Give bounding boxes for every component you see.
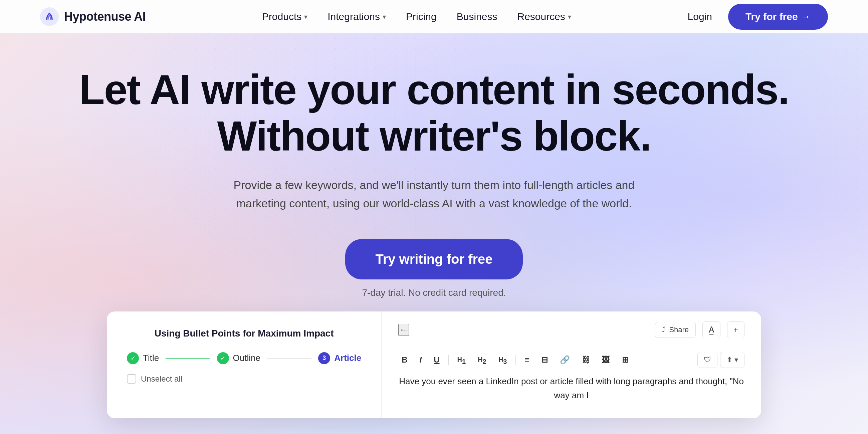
try-free-button[interactable]: Try for free → [728,4,828,30]
hero-cta: Try writing for free 7-day trial. No cre… [67,239,801,298]
progress-steps: ✓ Title ✓ Outline 3 Article [127,352,361,364]
share-icon: ⤴ [662,326,666,334]
nav-integrations[interactable]: Integrations ▾ [328,11,386,22]
plus-icon: + [734,325,738,334]
editor-right-group: 🛡 ⬆ ▾ [698,352,744,368]
nav-resources[interactable]: Resources ▾ [517,11,571,22]
toolbar-separator-1 [448,355,449,365]
h3-button[interactable]: H3 [495,352,510,368]
h2-button[interactable]: H2 [474,352,490,368]
upload-button[interactable]: ⬆ ▾ [720,352,744,368]
nav-products[interactable]: Products ▾ [262,11,307,22]
step-outline-label: Outline [233,353,260,363]
step-line-2 [267,358,311,359]
login-link[interactable]: Login [688,11,712,22]
step-check-icon: ✓ [127,352,139,364]
add-button[interactable]: + [727,321,744,338]
back-button[interactable]: ← [398,324,409,336]
logo-link[interactable]: Hypotenuse AI [40,7,146,26]
step-article-label: Article [334,353,361,363]
unselect-row: Unselect all [127,374,361,383]
bold-button[interactable]: B [398,353,411,367]
editor-top-toolbar: ← ⤴ Share A̲ + [398,321,744,345]
link-button[interactable]: 🔗 [557,353,573,367]
hero-cta-button[interactable]: Try writing for free [345,239,523,279]
shield-button[interactable]: 🛡 [698,352,717,368]
nav-resources-label: Resources [517,11,565,22]
bullet-list-button[interactable]: ≡ [521,353,532,367]
nav-pricing[interactable]: Pricing [406,11,437,22]
hero-trial-text: 7-day trial. No credit card required. [67,287,801,298]
translate-button[interactable]: A̲ [703,321,720,338]
h1-button[interactable]: H1 [454,352,469,368]
toolbar-separator-2 [516,355,516,365]
editor-format-toolbar: B I U H1 H2 H3 ≡ ⊟ 🔗 ⛓ 🖼 ⊞ 🛡 ⬆ ▾ [398,352,744,368]
nav-business-label: Business [457,11,497,22]
preview-doc-title: Using Bullet Points for Maximum Impact [127,328,361,339]
ui-preview: Using Bullet Points for Maximum Impact ✓… [107,311,761,418]
step-title: ✓ Title [127,352,159,364]
underline-button[interactable]: U [430,353,443,367]
share-button[interactable]: ⤴ Share [655,322,696,338]
logo-icon [40,7,59,26]
preview-right-panel: ← ⤴ Share A̲ + B I U [381,311,761,418]
hero-section: Let AI write your content in seconds. Wi… [0,33,868,434]
navbar: Hypotenuse AI Products ▾ Integrations ▾ … [0,0,868,33]
step-article: 3 Article [318,352,361,364]
chevron-down-icon: ▾ [382,13,386,21]
italic-button[interactable]: I [416,353,425,367]
svg-point-0 [40,7,59,26]
table-button[interactable]: ⊞ [619,353,632,367]
nav-business[interactable]: Business [457,11,497,22]
logo-text: Hypotenuse AI [64,10,146,24]
translate-icon: A̲ [709,325,714,334]
nav-integrations-label: Integrations [328,11,380,22]
hero-subtitle: Provide a few keywords, and we'll instan… [133,176,735,212]
unselect-label: Unselect all [141,374,182,383]
step-check-icon-2: ✓ [217,352,229,364]
numbered-list-button[interactable]: ⊟ [538,353,551,367]
share-label: Share [669,326,689,334]
chevron-down-icon: ▾ [568,13,571,21]
step-outline: ✓ Outline [217,352,260,364]
image-button[interactable]: 🖼 [598,353,613,367]
nav-products-label: Products [262,11,302,22]
hero-title: Let AI write your content in seconds. Wi… [67,67,801,159]
chevron-down-icon: ▾ [304,13,307,21]
step-title-label: Title [143,353,159,363]
nav-links: Products ▾ Integrations ▾ Pricing Busine… [262,11,571,22]
nav-right: Login Try for free → [688,4,828,30]
step-line-1 [165,358,210,359]
editor-content[interactable]: Have you ever seen a LinkedIn post or ar… [398,375,744,402]
unselect-checkbox[interactable] [127,374,136,383]
preview-left-panel: Using Bullet Points for Maximum Impact ✓… [107,311,381,418]
hero-title-line2: Without writer's block. [217,113,651,160]
nav-pricing-label: Pricing [406,11,437,22]
toolbar-actions: ⤴ Share A̲ + [655,321,744,338]
hero-title-line1: Let AI write your content in seconds. [79,66,789,113]
link-break-button[interactable]: ⛓ [579,353,593,367]
step-num-icon: 3 [318,352,330,364]
